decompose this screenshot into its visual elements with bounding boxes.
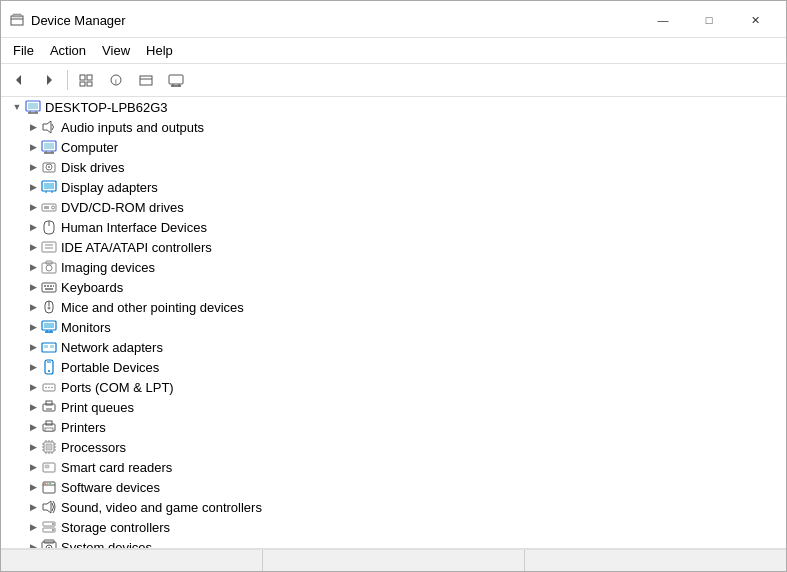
imaging-expand[interactable]: ▶	[25, 259, 41, 275]
printer-icon	[41, 419, 57, 435]
menu-action[interactable]: Action	[42, 40, 94, 61]
tree-item-ports[interactable]: ▶ Ports (COM & LPT)	[1, 377, 786, 397]
ide-expand[interactable]: ▶	[25, 239, 41, 255]
audio-expand[interactable]: ▶	[25, 119, 41, 135]
smartcard-label: Smart card readers	[61, 460, 172, 475]
network-expand[interactable]: ▶	[25, 339, 41, 355]
tree-item-dvd[interactable]: ▶ DVD/CD-ROM drives	[1, 197, 786, 217]
disk-expand[interactable]: ▶	[25, 159, 41, 175]
system-label: System devices	[61, 540, 152, 550]
tree-item-computer[interactable]: ▶ Computer	[1, 137, 786, 157]
storage-expand[interactable]: ▶	[25, 519, 41, 535]
tree-item-smartcard[interactable]: ▶ Smart card readers	[1, 457, 786, 477]
menu-help[interactable]: Help	[138, 40, 181, 61]
toolbar-separator-1	[67, 70, 68, 90]
menu-view[interactable]: View	[94, 40, 138, 61]
system-expand[interactable]: ▶	[25, 539, 41, 549]
ide-icon	[41, 239, 57, 255]
dvd-label: DVD/CD-ROM drives	[61, 200, 184, 215]
portable-label: Portable Devices	[61, 360, 159, 375]
monitors-expand[interactable]: ▶	[25, 319, 41, 335]
software-label: Software devices	[61, 480, 160, 495]
smartcard-expand[interactable]: ▶	[25, 459, 41, 475]
status-bar	[1, 549, 786, 571]
svg-text:i: i	[115, 77, 117, 86]
svg-point-67	[45, 387, 47, 389]
processors-expand[interactable]: ▶	[25, 439, 41, 455]
sound-icon	[41, 499, 57, 515]
tree-item-network[interactable]: ▶ Network adapters	[1, 337, 786, 357]
mice-expand[interactable]: ▶	[25, 299, 41, 315]
system-icon	[41, 539, 57, 549]
tree-item-disk[interactable]: ▶ Disk drives	[1, 157, 786, 177]
menu-file[interactable]: File	[5, 40, 42, 61]
minimize-button[interactable]: —	[640, 7, 686, 33]
svg-rect-49	[50, 285, 52, 287]
status-segment-1	[1, 550, 263, 571]
print-queues-expand[interactable]: ▶	[25, 399, 41, 415]
svg-rect-48	[47, 285, 49, 287]
forward-button[interactable]	[35, 67, 63, 93]
computer-expand[interactable]: ▶	[25, 139, 41, 155]
dvd-icon	[41, 199, 57, 215]
tree-item-print-queues[interactable]: ▶ Print queues	[1, 397, 786, 417]
root-label: DESKTOP-LPB62G3	[45, 100, 168, 115]
svg-rect-50	[53, 285, 54, 287]
tree-item-ide[interactable]: ▶ IDE ATA/ATAPI controllers	[1, 237, 786, 257]
sound-expand[interactable]: ▶	[25, 499, 41, 515]
tree-item-printers[interactable]: ▶ Printers	[1, 417, 786, 437]
tree-item-keyboard[interactable]: ▶ Keyboards	[1, 277, 786, 297]
printers-expand[interactable]: ▶	[25, 419, 41, 435]
portable-expand[interactable]: ▶	[25, 359, 41, 375]
computer-icon	[25, 99, 41, 115]
ports-expand[interactable]: ▶	[25, 379, 41, 395]
tree-item-mice[interactable]: ▶ Mice and other pointing devices	[1, 297, 786, 317]
svg-point-30	[48, 166, 50, 168]
properties-button[interactable]: i	[102, 67, 130, 93]
title-bar-left: Device Manager	[9, 12, 126, 28]
tree-item-monitors[interactable]: ▶ Monitors	[1, 317, 786, 337]
svg-marker-3	[16, 75, 21, 85]
close-button[interactable]: ✕	[732, 7, 778, 33]
svg-rect-72	[46, 408, 52, 410]
root-expand[interactable]: ▼	[9, 99, 25, 115]
back-button[interactable]	[5, 67, 33, 93]
tree-item-portable[interactable]: ▶ Portable Devices	[1, 357, 786, 377]
svg-rect-75	[45, 428, 53, 431]
tree-item-software[interactable]: ▶ Software devices	[1, 477, 786, 497]
ports-icon	[41, 379, 57, 395]
svg-rect-24	[44, 143, 54, 149]
audio-label: Audio inputs and outputs	[61, 120, 204, 135]
processors-label: Processors	[61, 440, 126, 455]
display-expand[interactable]: ▶	[25, 179, 41, 195]
svg-marker-22	[43, 121, 51, 133]
tree-item-processors[interactable]: ▶ Proces	[1, 437, 786, 457]
svg-rect-40	[42, 242, 56, 252]
svg-point-69	[51, 387, 53, 389]
keyboard-icon	[41, 279, 57, 295]
dvd-expand[interactable]: ▶	[25, 199, 41, 215]
tree-item-sound[interactable]: ▶ Sound, video and game controllers	[1, 497, 786, 517]
scan-button[interactable]	[162, 67, 190, 93]
content-area[interactable]: ▼ DESKTOP-LPB62G3 ▶	[1, 97, 786, 549]
svg-rect-47	[44, 285, 46, 287]
tree-item-imaging[interactable]: ▶ Imaging devices	[1, 257, 786, 277]
update-driver-button[interactable]	[132, 67, 160, 93]
tree-item-hid[interactable]: ▶ Human Interface Devices	[1, 217, 786, 237]
portable-icon	[41, 359, 57, 375]
tree-item-system[interactable]: ▶ System devices	[1, 537, 786, 549]
svg-rect-62	[50, 345, 54, 348]
tree-item-display[interactable]: ▶ Display adapters	[1, 177, 786, 197]
show-hide-button[interactable]	[72, 67, 100, 93]
hid-expand[interactable]: ▶	[25, 219, 41, 235]
camera-icon	[41, 259, 57, 275]
keyboard-expand[interactable]: ▶	[25, 279, 41, 295]
svg-rect-91	[45, 465, 49, 468]
maximize-button[interactable]: □	[686, 7, 732, 33]
svg-rect-32	[44, 183, 54, 189]
forward-icon	[42, 73, 56, 87]
tree-item-storage[interactable]: ▶ Storage controllers	[1, 517, 786, 537]
tree-root[interactable]: ▼ DESKTOP-LPB62G3	[1, 97, 786, 117]
tree-item-audio[interactable]: ▶ Audio inputs and outputs	[1, 117, 786, 137]
software-expand[interactable]: ▶	[25, 479, 41, 495]
